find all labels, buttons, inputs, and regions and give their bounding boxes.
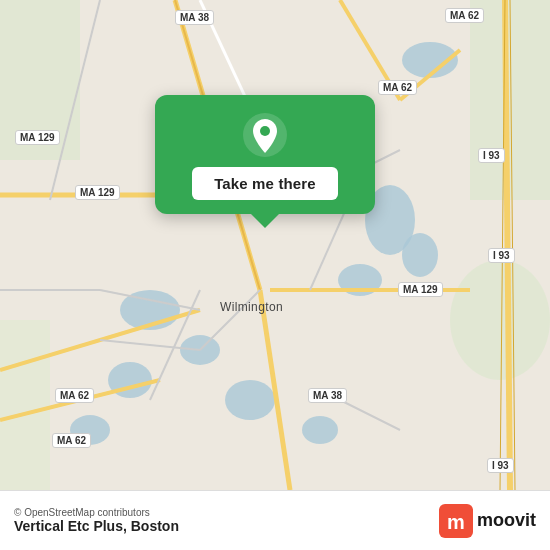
svg-text:m: m (447, 511, 465, 533)
map-svg (0, 0, 550, 490)
svg-rect-13 (0, 320, 50, 490)
location-name: Vertical Etc Plus, Boston (14, 518, 179, 534)
road-label-ma129-mid: MA 129 (75, 185, 120, 200)
road-label-ma129-right: MA 129 (398, 282, 443, 297)
road-label-ma62-topright: MA 62 (445, 8, 484, 23)
map-pin-icon (243, 113, 287, 157)
svg-point-3 (402, 233, 438, 277)
road-label-ma38-bot: MA 38 (308, 388, 347, 403)
svg-point-9 (302, 416, 338, 444)
map-container: MA 38 MA 62 MA 62 MA 129 MA 129 I 93 I 9… (0, 0, 550, 490)
take-me-there-button[interactable]: Take me there (192, 167, 338, 200)
road-label-i93-bot: I 93 (487, 458, 514, 473)
moovit-logo: m moovit (439, 504, 536, 538)
road-label-i93-mid: I 93 (488, 248, 515, 263)
road-label-ma62-mid: MA 62 (378, 80, 417, 95)
svg-point-14 (450, 260, 550, 380)
moovit-brand-icon: m (439, 504, 473, 538)
osm-credit: © OpenStreetMap contributors (14, 507, 179, 518)
road-label-ma38-top: MA 38 (175, 10, 214, 25)
bottom-left-info: © OpenStreetMap contributors Vertical Et… (14, 507, 179, 534)
moovit-text: moovit (477, 510, 536, 531)
svg-point-40 (260, 126, 270, 136)
road-label-ma62-bot2: MA 62 (52, 433, 91, 448)
road-label-ma62-botleft: MA 62 (55, 388, 94, 403)
road-label-ma129-left: MA 129 (15, 130, 60, 145)
svg-point-8 (225, 380, 275, 420)
city-label-wilmington: Wilmington (220, 300, 283, 314)
bottom-bar: © OpenStreetMap contributors Vertical Et… (0, 490, 550, 550)
road-label-i93-top: I 93 (478, 148, 505, 163)
popup-card: Take me there (155, 95, 375, 214)
